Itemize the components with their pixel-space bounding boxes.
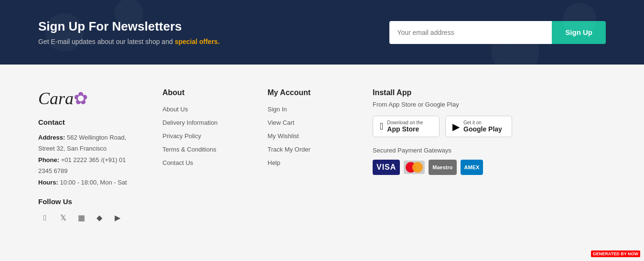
install-heading: Install App xyxy=(373,88,606,97)
footer-about-column: About About Us Delivery Information Priv… xyxy=(162,88,239,172)
about-us-link[interactable]: About Us xyxy=(162,106,188,113)
apple-icon:  xyxy=(380,121,383,132)
footer-brand-column: Cara✿ Contact Address: 562 Wellington Ro… xyxy=(38,88,134,225)
privacy-policy-link[interactable]: Privacy Policy xyxy=(162,132,201,140)
contact-us-link[interactable]: Contact Us xyxy=(162,159,193,166)
footer: Cara✿ Contact Address: 562 Wellington Ro… xyxy=(0,65,644,239)
maestro-icon: Maestro xyxy=(429,160,456,175)
contact-heading: Contact xyxy=(38,118,134,126)
facebook-icon[interactable]:  xyxy=(38,211,52,225)
payment-icons: VISA Maestro AMEX xyxy=(373,160,606,175)
googleplay-small-text: Get it on xyxy=(463,120,502,125)
signin-link[interactable]: Sign In xyxy=(268,106,287,113)
contact-address: Address: 562 Wellington Road, Street 32,… xyxy=(38,132,134,154)
brand-leaf: ✿ xyxy=(74,89,88,108)
pinterest-icon[interactable]: ◆ xyxy=(93,211,106,225)
help-link[interactable]: Help xyxy=(268,159,280,166)
list-item: Terms & Conditions xyxy=(162,145,239,153)
contact-section: Contact Address: 562 Wellington Road, St… xyxy=(38,118,134,188)
delivery-info-link[interactable]: Delivery Information xyxy=(162,119,218,126)
instagram-icon[interactable]: ▦ xyxy=(75,211,88,225)
appstore-big-text: App Store xyxy=(387,125,423,133)
about-heading: About xyxy=(162,88,239,97)
list-item: Track My Order xyxy=(268,145,344,153)
newsletter-form: Sign Up xyxy=(389,21,606,44)
track-order-link[interactable]: Track My Order xyxy=(268,146,311,153)
about-links: About Us Delivery Information Privacy Po… xyxy=(162,105,239,167)
newsletter-title: Sign Up For Newsletters xyxy=(38,19,220,34)
googleplay-big-text: Google Play xyxy=(463,125,502,133)
visa-icon: VISA xyxy=(373,160,400,175)
list-item: Contact Us xyxy=(162,158,239,167)
contact-phone: Phone: +01 2222 365 /(+91) 01 2345 6789 xyxy=(38,154,134,177)
youtube-icon[interactable]: ▶ xyxy=(111,211,124,225)
social-icons:  𝕏 ▦ ◆ ▶ xyxy=(38,211,134,225)
contact-hours: Hours: 10:00 - 18:00, Mon - Sat xyxy=(38,177,134,188)
amex-icon: AMEX xyxy=(461,160,483,175)
googleplay-icon: ▶ xyxy=(452,121,460,132)
googleplay-button[interactable]: ▶ Get it on Google Play xyxy=(445,116,512,137)
account-heading: My Account xyxy=(268,88,344,97)
secured-label: Secured Payment Gateways xyxy=(373,147,606,154)
terms-link[interactable]: Terms & Conditions xyxy=(162,146,216,153)
account-links: Sign In View Cart My Wishlist Track My O… xyxy=(268,105,344,167)
list-item: Help xyxy=(268,158,344,167)
footer-account-column: My Account Sign In View Cart My Wishlist… xyxy=(268,88,344,172)
email-input[interactable] xyxy=(389,21,552,44)
list-item: Privacy Policy xyxy=(162,131,239,140)
brand-logo: Cara✿ xyxy=(38,88,134,109)
mastercard-icon xyxy=(404,161,425,174)
list-item: Sign In xyxy=(268,105,344,113)
app-buttons:  Download on the App Store ▶ Get it on … xyxy=(373,116,606,137)
newsletter-banner: Sign Up For Newsletters Get E-mail updat… xyxy=(0,0,644,65)
install-description: From App Store or Google Play xyxy=(373,101,606,108)
wishlist-link[interactable]: My Wishlist xyxy=(268,132,299,140)
appstore-small-text: Download on the xyxy=(387,120,423,125)
list-item: About Us xyxy=(162,105,239,113)
view-cart-link[interactable]: View Cart xyxy=(268,119,294,126)
list-item: Delivery Information xyxy=(162,118,239,127)
footer-install-column: Install App From App Store or Google Pla… xyxy=(373,88,606,175)
follow-section: Follow Us  𝕏 ▦ ◆ ▶ xyxy=(38,197,134,225)
appstore-button[interactable]:  Download on the App Store xyxy=(373,116,440,137)
newsletter-subtitle: Get E-mail updates about our latest shop… xyxy=(38,38,220,45)
signup-button[interactable]: Sign Up xyxy=(552,21,606,44)
list-item: My Wishlist xyxy=(268,131,344,140)
list-item: View Cart xyxy=(268,118,344,127)
newsletter-text: Sign Up For Newsletters Get E-mail updat… xyxy=(38,19,220,45)
twitter-icon[interactable]: 𝕏 xyxy=(56,211,70,225)
follow-heading: Follow Us xyxy=(38,197,134,206)
